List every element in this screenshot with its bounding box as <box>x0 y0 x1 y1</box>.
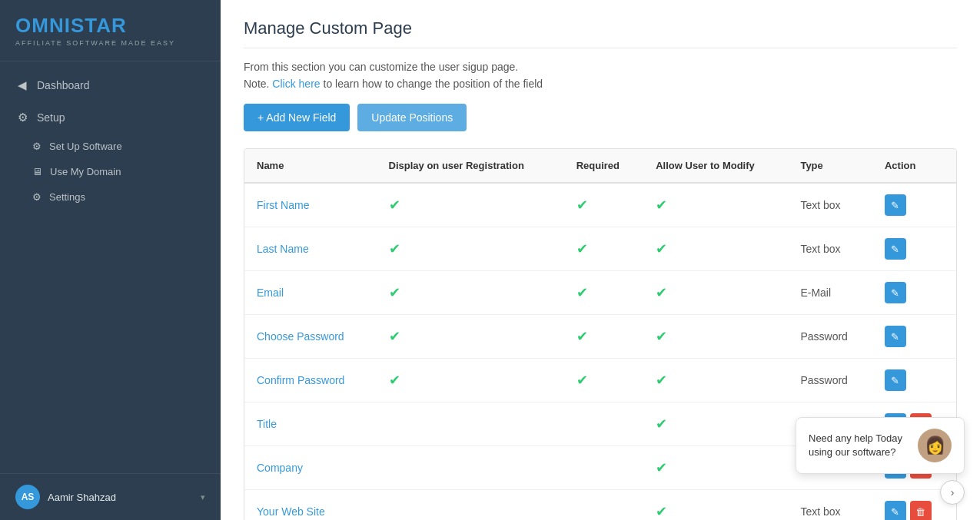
chat-avatar: 👩 <box>918 429 952 462</box>
action-buttons-row: ✎ <box>885 282 944 303</box>
note-prefix: Note. <box>244 78 269 90</box>
cell-name: Last Name <box>244 227 377 271</box>
table-row: Last Name ✔ ✔ ✔ Text box ✎ <box>244 227 956 271</box>
add-new-field-button[interactable]: + Add New Field <box>244 104 350 131</box>
settings-label: Settings <box>49 191 85 203</box>
sidebar: OMNISTAR AFFILIATE SOFTWARE MADE EASY ◀ … <box>0 0 221 520</box>
click-here-link[interactable]: Click here <box>272 78 320 90</box>
action-buttons-row: ✎ <box>885 326 944 347</box>
cell-required <box>564 402 644 446</box>
table-row: Your Web Site ✔ Text box ✎🗑 <box>244 490 956 521</box>
edit-button[interactable]: ✎ <box>885 282 906 303</box>
cell-allow-modify: ✔ <box>643 183 788 227</box>
edit-button[interactable]: ✎ <box>885 369 906 391</box>
cell-display <box>377 446 564 490</box>
note-suffix: to learn how to change the position of t… <box>324 78 543 90</box>
cell-display <box>377 490 564 521</box>
cell-name: Your Web Site <box>244 490 377 521</box>
check-icon: ✔ <box>656 241 667 257</box>
check-icon: ✔ <box>576 285 588 300</box>
table-header-row: Name Display on user Registration Requir… <box>244 149 956 183</box>
setup-label: Setup <box>37 111 65 124</box>
cell-action: ✎ <box>872 227 956 271</box>
cell-name: First Name <box>244 183 377 227</box>
chat-message: Need any help Today using our software? <box>809 432 910 459</box>
edit-button[interactable]: ✎ <box>885 238 906 260</box>
cell-required: ✔ <box>564 359 644 402</box>
cell-name: Confirm Password <box>244 359 377 402</box>
action-buttons: + Add New Field Update Positions <box>244 104 957 131</box>
cell-display: ✔ <box>377 315 564 359</box>
settings-icon: ⚙ <box>32 191 42 203</box>
use-my-domain-label: Use My Domain <box>50 166 121 177</box>
cell-name: Email <box>244 271 377 315</box>
cell-type: Text box <box>788 227 872 271</box>
sidebar-item-dashboard[interactable]: ◀ Dashboard <box>0 69 221 101</box>
check-icon: ✔ <box>656 373 667 388</box>
sidebar-nav: ◀ Dashboard ⚙ Setup ⚙ Set Up Software 🖥 … <box>0 61 221 473</box>
cell-required: ✔ <box>564 227 644 271</box>
cell-display <box>377 402 564 446</box>
col-display: Display on user Registration <box>377 149 564 183</box>
sidebar-item-settings[interactable]: ⚙ Settings <box>0 184 221 210</box>
check-icon: ✔ <box>389 285 400 300</box>
cell-display: ✔ <box>377 227 564 271</box>
cell-name: Title <box>244 402 377 446</box>
set-up-software-label: Set Up Software <box>49 141 122 152</box>
cell-display: ✔ <box>377 271 564 315</box>
scroll-button[interactable]: › <box>940 480 965 505</box>
table-row: Confirm Password ✔ ✔ ✔ Password ✎ <box>244 359 956 402</box>
info-text: From this section you can customize the … <box>244 61 957 73</box>
chat-bubble: Need any help Today using our software? … <box>796 417 965 474</box>
dashboard-label: Dashboard <box>37 79 90 91</box>
page-title: Manage Custom Page <box>244 18 957 48</box>
cell-display: ✔ <box>377 183 564 227</box>
logo-highlight: STAR <box>71 14 127 37</box>
col-type: Type <box>788 149 872 183</box>
check-icon: ✔ <box>656 504 667 519</box>
sidebar-item-set-up-software[interactable]: ⚙ Set Up Software <box>0 134 221 159</box>
check-icon: ✔ <box>656 197 667 213</box>
check-icon: ✔ <box>389 197 400 213</box>
logo-subtitle: AFFILIATE SOFTWARE MADE EASY <box>15 39 205 47</box>
cell-required: ✔ <box>564 315 644 359</box>
col-action: Action <box>872 149 956 183</box>
col-allow-modify: Allow User to Modify <box>643 149 788 183</box>
user-menu[interactable]: AS Aamir Shahzad ▾ <box>0 473 221 520</box>
delete-button[interactable]: 🗑 <box>910 501 932 520</box>
check-icon: ✔ <box>576 373 588 388</box>
cell-required <box>564 446 644 490</box>
action-buttons-row: ✎🗑 <box>885 501 944 520</box>
check-icon: ✔ <box>389 373 400 388</box>
check-icon: ✔ <box>389 241 400 257</box>
cell-type: Text box <box>788 490 872 521</box>
sidebar-item-setup[interactable]: ⚙ Setup <box>0 101 221 134</box>
cell-allow-modify: ✔ <box>643 315 788 359</box>
check-icon: ✔ <box>576 197 588 213</box>
note-text: Note. Click here to learn how to change … <box>244 78 957 90</box>
action-buttons-row: ✎ <box>885 369 944 391</box>
cell-action: ✎ <box>872 183 956 227</box>
user-name: Aamir Shahzad <box>48 492 116 503</box>
action-buttons-row: ✎ <box>885 194 944 216</box>
check-icon: ✔ <box>656 285 667 300</box>
edit-button[interactable]: ✎ <box>885 194 906 216</box>
logo: OMNISTAR AFFILIATE SOFTWARE MADE EASY <box>0 0 221 61</box>
cell-allow-modify: ✔ <box>643 359 788 402</box>
cell-type: Text box <box>788 183 872 227</box>
update-positions-button[interactable]: Update Positions <box>357 104 467 131</box>
edit-button[interactable]: ✎ <box>885 326 906 347</box>
cell-required: ✔ <box>564 271 644 315</box>
check-icon: ✔ <box>389 329 400 344</box>
edit-button[interactable]: ✎ <box>885 501 906 520</box>
table-row: First Name ✔ ✔ ✔ Text box ✎ <box>244 183 956 227</box>
check-icon: ✔ <box>576 329 588 344</box>
col-required: Required <box>564 149 644 183</box>
check-icon: ✔ <box>656 416 667 432</box>
cell-display: ✔ <box>377 359 564 402</box>
chevron-down-icon: ▾ <box>201 492 205 502</box>
sidebar-item-use-my-domain[interactable]: 🖥 Use My Domain <box>0 159 221 184</box>
table-row: Choose Password ✔ ✔ ✔ Password ✎ <box>244 315 956 359</box>
gear-icon: ⚙ <box>32 141 42 152</box>
avatar: AS <box>15 485 40 509</box>
